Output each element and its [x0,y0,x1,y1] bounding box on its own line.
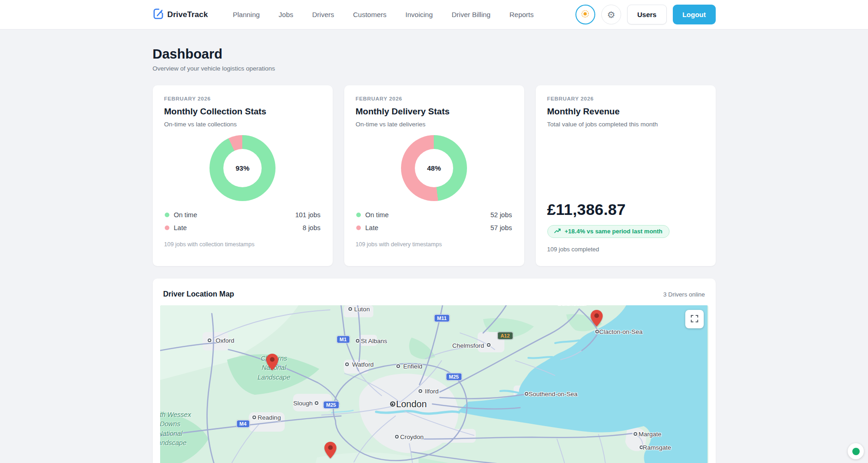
settings-button[interactable]: ⚙ [601,5,621,24]
map-city-dot [348,307,352,311]
logout-button[interactable]: Logout [673,5,716,24]
card-eyebrow: FEBRUARY 2026 [356,96,513,101]
card-title: Monthly Collection Stats [164,107,321,117]
donut-center-value: 48% [401,135,467,201]
map-label-watford: Watford [352,361,374,368]
road-shield-m1: M1 [336,336,350,344]
map-label-southend-on-sea: Southend-on-Sea [529,391,578,398]
monthly-collection-card: FEBRUARY 2026 Monthly Collection Stats O… [153,85,333,266]
road-shield-m25: M25 [446,373,462,381]
legend-row: On time 52 jobs [356,208,513,221]
map-city-dot [395,435,399,439]
page-subtitle: Overview of your vehicle logistics opera… [153,65,716,72]
map-label-colchester: Colchester [557,305,587,307]
map-city-dot [356,339,359,343]
top-nav-bar: DriveTrack Planning Jobs Drivers Custome… [0,0,868,30]
legend-value: 52 jobs [491,211,512,219]
road-shield-m11: M11 [434,315,450,322]
map-fullscreen-button[interactable] [685,310,704,328]
nav-customers[interactable]: Customers [353,11,387,18]
card-footnote: 109 jobs with collection timestamps [164,241,321,248]
nav-invoicing[interactable]: Invoicing [406,11,433,18]
nav-planning[interactable]: Planning [233,11,259,18]
drivers-online-status: 3 Drivers online [663,291,705,298]
card-eyebrow: FEBRUARY 2026 [164,96,321,101]
map-label-croydon: Croydon [400,433,424,440]
gear-icon: ⚙ [607,10,616,19]
legend-label: Late [365,224,378,232]
map-city-dot [419,389,422,393]
map-city-dot [315,401,318,405]
road-shield-m25: M25 [323,401,339,409]
card-subtitle: Total value of jobs completed this month [547,121,704,128]
map-city-dot [345,362,349,366]
map-area-label: North Wessex Downs National Landscape [160,410,191,447]
map-label-margate: Margate [639,431,662,438]
page-title: Dashboard [153,47,716,62]
map-label-ramsgate: Ramsgate [643,444,671,451]
map-city-dot [595,330,599,333]
monthly-revenue-card: FEBRUARY 2026 Monthly Revenue Total valu… [536,85,716,266]
map-label-oxford: Oxford [216,337,234,344]
legend-row: On time 101 jobs [164,208,321,221]
legend-value: 8 jobs [303,224,321,232]
legend-row: Late 8 jobs [164,221,321,234]
road-shield-m4: M4 [236,420,250,428]
legend-dot-late [356,226,361,230]
map-title: Driver Location Map [163,290,234,298]
map-label-luton: Luton [354,306,370,313]
delivery-donut-chart: 48% [401,135,467,201]
revenue-amount: £11,386.87 [547,201,704,219]
brand-name: DriveTrack [168,10,208,19]
online-status-dot [852,448,860,455]
card-subtitle: On-time vs late deliveries [356,121,513,128]
legend-label: On time [365,211,389,219]
card-eyebrow: FEBRUARY 2026 [547,96,704,101]
legend-value: 57 jobs [491,224,512,232]
map-label-clacton-on-sea: Clacton-on-Sea [599,328,643,335]
map-city-dot [396,364,400,368]
fullscreen-icon [690,315,699,324]
map-capital-dot [390,402,395,407]
map-city-dot [208,338,211,342]
legend-value: 101 jobs [295,211,321,219]
map-label-ilford: Ilford [425,388,438,395]
map-label-london: London [396,399,427,410]
card-subtitle: On-time vs late collections [164,121,321,128]
nav-jobs[interactable]: Jobs [279,11,293,18]
map-city-dot [487,343,491,347]
map-city-dot [634,432,637,436]
status-widget[interactable] [848,443,864,459]
driver-pin-2[interactable] [591,310,603,328]
driver-pin-3[interactable] [324,442,336,460]
legend-dot-on-time [356,213,361,217]
users-button[interactable]: Users [627,5,667,24]
map-canvas[interactable]: LutonOxfordSt AlbansWatfordEnfieldChelms… [160,305,708,463]
badge-text: +18.4% vs same period last month [565,228,663,235]
card-footnote: 109 jobs with delivery timestamps [356,241,513,248]
sun-icon [581,9,590,20]
card-title: Monthly Revenue [547,107,704,117]
map-label-reading: Reading [257,414,281,421]
map-city-dot [525,392,528,396]
donut-center-value: 93% [210,135,275,201]
map-label-enfield: Enfield [403,363,422,370]
nav-reports[interactable]: Reports [509,11,534,18]
drivetrack-logo-icon [153,8,164,21]
collection-donut-chart: 93% [210,135,275,201]
map-label-st-albans: St Albans [361,338,387,344]
monthly-delivery-card: FEBRUARY 2026 Monthly Delivery Stats On-… [344,85,524,266]
theme-toggle-button[interactable] [575,5,595,24]
brand-logo[interactable]: DriveTrack [153,8,208,21]
legend-row: Late 57 jobs [356,221,513,234]
nav-drivers[interactable]: Drivers [312,11,335,18]
driver-pin-1[interactable] [266,354,278,372]
nav-driver-billing[interactable]: Driver Billing [452,11,491,18]
card-footnote: 109 jobs completed [547,246,704,253]
legend-dot-on-time [165,213,169,217]
revenue-trend-badge: +18.4% vs same period last month [547,225,670,238]
card-title: Monthly Delivery Stats [356,107,513,117]
map-label-slough: Slough [293,400,312,407]
main-nav: Planning Jobs Drivers Customers Invoicin… [233,11,533,18]
legend-dot-late [165,226,169,230]
